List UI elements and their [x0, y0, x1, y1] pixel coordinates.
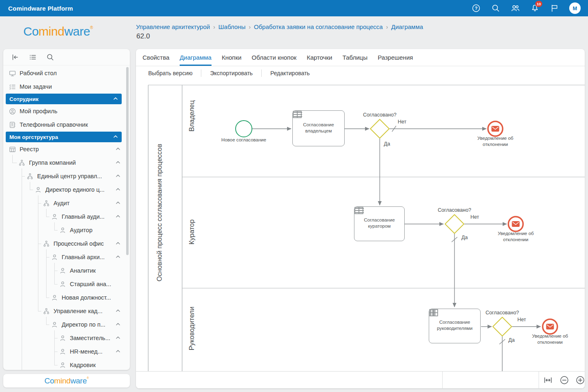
tree-item-label: Директор по п...: [62, 321, 105, 328]
tree-item[interactable]: Главный архи...: [3, 251, 130, 263]
avatar[interactable]: M: [569, 2, 581, 14]
comindware-logo-small: Comindware®: [45, 376, 89, 385]
phonebook-icon: [9, 121, 16, 128]
chevron-up-icon[interactable]: [115, 348, 122, 355]
breadcrumb-item[interactable]: Обработка заявки на согласование процесс…: [254, 23, 383, 30]
task-label: Согласование куратором: [364, 207, 395, 237]
tree-guide-line: [46, 209, 47, 217]
gateway[interactable]: [493, 317, 512, 336]
chevron-up-icon[interactable]: [115, 335, 122, 341]
action-button[interactable]: Экспортировать: [210, 70, 252, 76]
tree-guide-line: [22, 168, 22, 370]
tree-item[interactable]: Группа компаний: [3, 157, 130, 169]
tree-item[interactable]: Реестр: [3, 143, 130, 155]
chevron-up-icon[interactable]: [113, 96, 119, 102]
task-node[interactable]: Согласование руководителями: [429, 309, 481, 343]
tab-1[interactable]: Свойства: [143, 49, 169, 66]
action-button[interactable]: Выбрать версию: [148, 70, 192, 76]
tab-4[interactable]: Области кнопок: [252, 49, 296, 66]
app-title: Comindware Platform: [0, 5, 73, 12]
tree-item[interactable]: Главный ауди...: [3, 211, 130, 223]
action-button[interactable]: Редактировать: [270, 70, 310, 76]
sidebar-footer: Comindware®: [3, 374, 130, 388]
breadcrumb-item[interactable]: Управление архитектурой: [136, 23, 210, 30]
collapse-panel-icon[interactable]: [11, 53, 20, 62]
task-node[interactable]: Согласование куратором: [354, 206, 405, 241]
diagram-zoom-toolbar: [136, 371, 585, 388]
zoom-out-icon[interactable]: [559, 375, 569, 385]
help-icon[interactable]: ?: [471, 3, 481, 13]
sidebar-scrollbar[interactable]: [126, 67, 129, 255]
toolbar-divider: [539, 372, 539, 388]
tree-item[interactable]: Управление кад...: [3, 305, 130, 317]
tree-item-label: Рабочий стол: [20, 70, 57, 76]
tree-item[interactable]: Директор единого ц...: [3, 184, 130, 196]
person-icon: [59, 348, 66, 355]
tree-group-header[interactable]: Сотрудник: [6, 94, 122, 104]
tree-item[interactable]: Мои задачи: [3, 81, 130, 93]
chevron-up-icon[interactable]: [115, 186, 122, 193]
tree-item[interactable]: Телефонный справочник: [3, 119, 130, 131]
tree-item[interactable]: Аналитик: [3, 264, 130, 277]
person-icon: [59, 281, 66, 288]
chevron-up-icon[interactable]: [115, 146, 122, 152]
tree-item[interactable]: Мой профиль: [3, 105, 130, 117]
zoom-in-icon[interactable]: [575, 375, 585, 385]
tree-item[interactable]: Заместитель...: [3, 332, 130, 344]
lane-label: Руководители: [188, 263, 196, 389]
flow-label: Да: [508, 337, 514, 343]
tasks-icon: [9, 83, 16, 90]
list-icon[interactable]: [28, 53, 37, 62]
toolbar-divider: [442, 372, 443, 388]
search-icon[interactable]: [491, 3, 501, 13]
action-divider: [261, 69, 262, 77]
chevron-up-icon[interactable]: [115, 213, 122, 220]
breadcrumb-item[interactable]: Шаблоны: [218, 23, 245, 30]
tab-7[interactable]: Разрешения: [378, 49, 413, 66]
start-event[interactable]: [236, 121, 252, 137]
tree-group-header[interactable]: Моя оргструктура: [6, 132, 122, 142]
fit-width-icon[interactable]: [543, 375, 553, 385]
tab-5[interactable]: Карточки: [307, 49, 332, 66]
notifications-icon[interactable]: 10: [530, 3, 540, 13]
tab-2[interactable]: Диаграмма: [180, 49, 212, 66]
chevron-up-icon[interactable]: [115, 173, 122, 179]
tree-item-label: Директор единого ц...: [45, 186, 105, 193]
chevron-up-icon[interactable]: [115, 321, 122, 328]
tree-item[interactable]: Старший ана...: [3, 278, 130, 290]
chevron-up-icon[interactable]: [115, 240, 122, 247]
tree-item[interactable]: Новая должност...: [3, 291, 130, 304]
tab-6[interactable]: Таблицы: [343, 49, 368, 66]
tree-guide-line: [38, 311, 41, 311]
search-icon[interactable]: [46, 53, 55, 62]
tree-item[interactable]: Директор по п...: [3, 318, 130, 331]
tree-item-label: Управление кад...: [53, 308, 102, 314]
svg-text:?: ?: [475, 6, 478, 11]
chevron-up-icon[interactable]: [115, 200, 122, 206]
tree-item[interactable]: Процессный офис: [3, 237, 130, 250]
chevron-up-icon[interactable]: [115, 159, 122, 166]
users-icon[interactable]: [510, 3, 520, 13]
tree-item[interactable]: HR-менед...: [3, 345, 130, 358]
task-node[interactable]: Согласование владельцем: [292, 110, 345, 146]
tree-item[interactable]: Аудитор: [3, 224, 130, 236]
chevron-up-icon[interactable]: [113, 134, 119, 140]
topbar-actions: ? 10 M: [471, 2, 588, 14]
tree-item[interactable]: Кадровик: [3, 359, 130, 370]
chevron-up-icon[interactable]: [115, 308, 122, 314]
gateway[interactable]: [370, 119, 389, 138]
registry-icon: [9, 146, 16, 153]
gateway[interactable]: [445, 215, 464, 233]
person-icon: [51, 321, 58, 328]
tree-item[interactable]: Аудит: [3, 197, 130, 209]
tree-guide-line: [46, 257, 49, 258]
breadcrumb-item[interactable]: Диаграмма: [391, 23, 423, 30]
tree-item-label: Единый центр управл...: [37, 173, 102, 179]
main-panel: СвойстваДиаграммаКнопкиОбласти кнопокКар…: [136, 49, 585, 388]
tab-3[interactable]: Кнопки: [222, 49, 241, 66]
flag-icon[interactable]: [550, 3, 559, 13]
action-bar: Выбрать версиюЭкспортироватьРедактироват…: [136, 66, 585, 80]
tree-guide-line: [54, 222, 55, 230]
tree-item[interactable]: Рабочий стол: [3, 67, 130, 79]
chevron-up-icon[interactable]: [115, 254, 122, 260]
